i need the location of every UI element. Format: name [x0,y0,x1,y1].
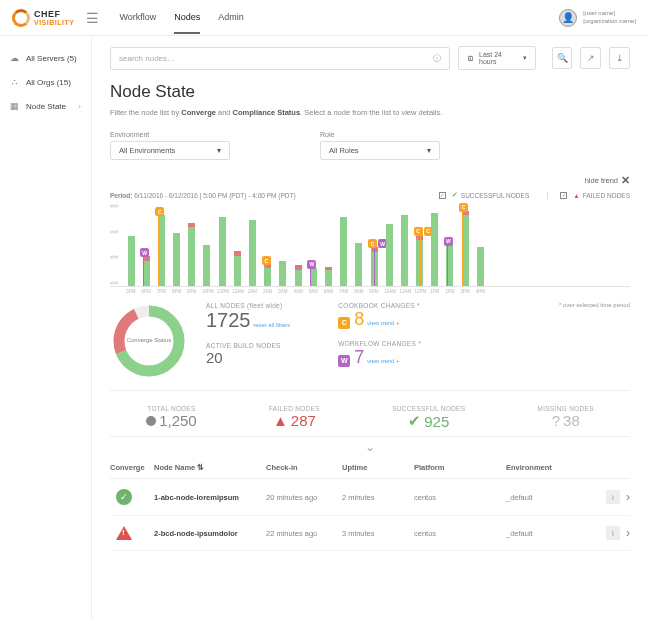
check-icon: ✔ [408,412,421,430]
table-header: Converge Node Name ⇅ Check-in Uptime Pla… [110,457,630,479]
table-row[interactable]: ✓1-abc-node-loremipsum20 minutes ago2 mi… [110,479,630,516]
checkbox-failed[interactable]: ✓ [560,192,567,199]
env-select[interactable]: All Environments▾ [110,141,230,160]
main: search nodes…ⓘ 🗓Last 24 hours▾ 🔍 ↗ ⤓ Nod… [92,36,648,620]
nav-nodes[interactable]: Nodes [174,2,200,34]
info-icon[interactable]: i [606,526,620,540]
close-icon: ✕ [621,174,630,187]
chevron-down-icon: ▾ [523,54,527,62]
chevron-down-icon: ▾ [427,146,431,155]
info-icon[interactable]: i [606,490,620,504]
org-icon: ⛬ [10,77,20,87]
user-name: [user name] [583,10,636,18]
nav-admin[interactable]: Admin [218,2,244,34]
successful-nodes[interactable]: SUCCESSFUL NODES✔925 [392,405,465,430]
role-select[interactable]: All Roles▾ [320,141,440,160]
menu-icon[interactable]: ☰ [86,10,99,26]
user-block[interactable]: 👤 [user name][organization name] [559,9,636,27]
info-icon: ⓘ [433,53,441,64]
logo-icon [12,9,30,27]
sidebar-servers[interactable]: ☁All Servers (5) [4,46,87,70]
nav-workflow[interactable]: Workflow [119,2,156,34]
brand-l2: VISIBILITY [34,19,74,26]
all-nodes: ALL NODES (fleet wide)1725 reset all fil… [206,302,290,332]
reset-filters[interactable]: reset all filters [253,322,290,328]
tally-row: TOTAL NODES1,250 FAILED NODES▲287 SUCCES… [110,399,630,437]
total-nodes[interactable]: TOTAL NODES1,250 [146,405,197,430]
over-note: * over selected time period [559,302,630,380]
page-title: Node State [110,82,630,102]
filters: Environment All Environments▾ Role All R… [110,131,630,160]
logo: CHEFVISIBILITY [12,9,74,27]
avatar-icon: 👤 [559,9,577,27]
chevron-right-icon: › [78,102,81,111]
main-nav: Workflow Nodes Admin [119,2,243,34]
active-build-nodes: ACTIVE BUILD NODES20 [206,342,290,366]
hide-trend[interactable]: hide trend✕ [110,174,630,187]
view-trend-cookbook[interactable]: view trend + [367,320,400,326]
stats-row: Converge Status ALL NODES (fleet wide)17… [110,302,630,391]
trend-header: Period: 6/11/2016 - 6/12/2016 | 5:00 PM … [110,191,630,199]
search-button[interactable]: 🔍 [552,47,573,69]
export-button[interactable]: ⤓ [609,47,630,69]
warn-icon: ▲ [573,192,579,199]
search-input[interactable]: search nodes…ⓘ [110,47,450,70]
calendar-icon: 🗓 [467,55,474,62]
warn-icon: ▲ [273,412,288,429]
missing-nodes[interactable]: MISSING NODES?38 [538,405,594,430]
chevron-down-icon: ▾ [217,146,221,155]
time-range[interactable]: 🗓Last 24 hours▾ [458,46,536,70]
sidebar: ☁All Servers (5) ⛬All Orgs (15) ▦Node St… [0,36,92,620]
brand-l1: CHEF [34,10,74,19]
check-icon: ✔ [452,191,458,199]
grid-icon: ▦ [10,101,20,111]
sort-icon[interactable]: ⇅ [197,463,204,472]
status-warn-icon [116,526,132,540]
table-row[interactable]: 2-bcd-node-ipsumdolor22 minutes ago3 min… [110,516,630,551]
role-label: Role [320,131,440,138]
chevron-right-icon[interactable]: › [626,490,630,504]
sidebar-nodestate[interactable]: ▦Node State› [4,94,87,118]
toolbar: search nodes…ⓘ 🗓Last 24 hours▾ 🔍 ↗ ⤓ [110,46,630,70]
cookbook-changes: COOKBOOK CHANGES *C8 view trend + [338,302,421,330]
chevron-right-icon[interactable]: › [626,526,630,540]
env-label: Environment [110,131,230,138]
question-icon: ? [552,412,560,429]
page-subtitle: Filter the node list by Converge and Com… [110,108,630,117]
cloud-icon: ☁ [10,53,20,63]
org-name: [organization name] [583,18,636,26]
dot-icon [146,416,156,426]
share-button[interactable]: ↗ [580,47,601,69]
status-ok-icon: ✓ [116,489,132,505]
donut-chart: Converge Status [110,302,188,380]
sidebar-orgs[interactable]: ⛬All Orgs (15) [4,70,87,94]
failed-nodes[interactable]: FAILED NODES▲287 [269,405,320,430]
expand-toggle[interactable]: ⌄ [110,437,630,457]
view-trend-workflow[interactable]: view trend + [367,358,400,364]
workflow-changes: WORKFLOW CHANGES *W7 view trend + [338,340,421,368]
topbar: CHEFVISIBILITY ☰ Workflow Nodes Admin 👤 … [0,0,648,36]
trend-chart: ############ WCCWCWCCWC [110,203,630,287]
checkbox-success[interactable]: ✓ [439,192,446,199]
